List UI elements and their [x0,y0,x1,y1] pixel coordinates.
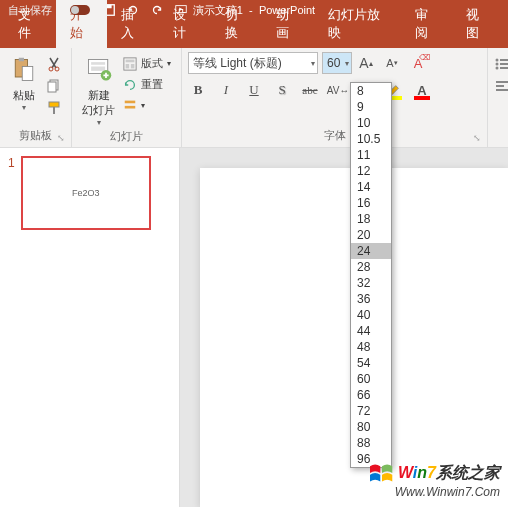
tab-file[interactable]: 文件 [4,0,56,48]
bold-button[interactable]: B [188,80,208,100]
font-size-option[interactable]: 16 [351,195,391,211]
font-size-option[interactable]: 88 [351,435,391,451]
font-size-option[interactable]: 24 [351,243,391,259]
font-size-option[interactable]: 28 [351,259,391,275]
svg-point-24 [496,63,499,66]
svg-point-26 [496,67,499,70]
svg-rect-9 [48,82,56,92]
slide-editor-area[interactable] [180,148,508,507]
font-size-option[interactable]: 11 [351,147,391,163]
svg-rect-19 [131,64,135,68]
layout-button[interactable]: 版式▾ [123,56,171,71]
font-size-option[interactable]: 10.5 [351,131,391,147]
watermark-brand: Win7系统之家 [398,463,500,484]
svg-rect-11 [53,107,55,114]
watermark-url: Www.Winwin7.Com [368,485,500,499]
svg-rect-20 [125,101,136,104]
paragraph-group [488,48,508,147]
svg-rect-17 [126,59,135,62]
slides-group-label: 幻灯片 [78,129,175,146]
font-size-option[interactable]: 60 [351,371,391,387]
slide-number: 1 [8,156,15,230]
paste-button[interactable]: 粘贴 ▾ [6,52,42,114]
tab-slideshow[interactable]: 幻灯片放映 [314,0,401,48]
char-spacing-button[interactable]: AV↔ [328,80,348,100]
toggle-switch-icon [70,5,90,15]
reset-button[interactable]: 重置 [123,77,171,92]
font-size-option[interactable]: 40 [351,307,391,323]
font-group-label: 字体 ⤡ [188,128,481,145]
svg-point-7 [55,67,59,71]
font-size-option[interactable]: 66 [351,387,391,403]
copy-icon[interactable] [46,78,62,94]
format-painter-icon[interactable] [46,100,62,116]
font-size-option[interactable]: 44 [351,323,391,339]
font-size-option[interactable]: 9 [351,99,391,115]
font-color-button[interactable]: A [412,80,432,100]
svg-rect-13 [91,62,105,65]
bullets-icon[interactable] [494,56,508,72]
slides-group: 新建 幻灯片▾ 版式▾ 重置 ▾ 幻灯片 [72,48,182,147]
svg-rect-29 [496,85,504,87]
strikethrough-button[interactable]: abc [300,80,320,100]
svg-rect-30 [496,89,508,91]
svg-point-22 [496,59,499,62]
tab-insert[interactable]: 插入 [107,0,159,48]
font-size-option[interactable]: 18 [351,211,391,227]
document-title: 演示文稿1 - PowerPoint [193,3,315,18]
chevron-down-icon: ▾ [345,59,349,68]
font-size-option[interactable]: 12 [351,163,391,179]
increase-font-icon[interactable]: A▴ [356,53,376,73]
svg-rect-27 [500,67,508,69]
section-button[interactable]: ▾ [123,98,171,112]
section-icon [123,98,137,112]
decrease-font-icon[interactable]: A▾ [382,53,402,73]
cut-icon[interactable] [46,56,62,72]
svg-rect-14 [91,67,105,71]
svg-rect-28 [496,81,508,83]
chevron-down-icon: ▾ [311,59,315,68]
layout-icon [123,57,137,71]
windows-logo-icon [368,461,396,485]
new-slide-button[interactable]: 新建 幻灯片▾ [78,52,119,129]
font-size-combo[interactable]: 60 ▾ [322,52,352,74]
svg-rect-10 [49,102,59,107]
tab-view[interactable]: 视图 [452,0,504,48]
font-name-combo[interactable]: 等线 Light (标题) ▾ [188,52,318,74]
new-slide-icon [85,54,113,86]
svg-rect-5 [22,67,33,81]
svg-point-6 [49,67,53,71]
font-size-option[interactable]: 54 [351,355,391,371]
font-size-option[interactable]: 48 [351,339,391,355]
font-size-option[interactable]: 72 [351,403,391,419]
font-size-option[interactable]: 8 [351,83,391,99]
reset-icon [123,78,137,92]
ribbon-tabs: 文件 开始 插入 设计 切换 动画 幻灯片放映 审阅 视图 [0,20,508,48]
tab-review[interactable]: 审阅 [401,0,453,48]
italic-button[interactable]: I [216,80,236,100]
workspace: 1 Fe2O3 [0,148,508,507]
clipboard-group: 粘贴 ▾ 剪贴板 ⤡ [0,48,72,147]
shadow-button[interactable]: S [272,80,292,100]
clipboard-launcher-icon[interactable]: ⤡ [57,133,65,143]
font-size-option[interactable]: 10 [351,115,391,131]
font-size-option[interactable]: 80 [351,419,391,435]
thumbnail-panel: 1 Fe2O3 [0,148,180,507]
font-size-option[interactable]: 32 [351,275,391,291]
font-size-dropdown[interactable]: 891010.511121416182024283236404448546066… [350,82,392,468]
slide-preview: Fe2O3 [21,156,151,230]
underline-button[interactable]: U [244,80,264,100]
svg-rect-23 [500,59,508,61]
clear-formatting-icon[interactable]: A⌫ [408,53,428,73]
svg-rect-4 [19,58,24,62]
paste-icon [10,54,38,86]
font-launcher-icon[interactable]: ⤡ [473,133,481,143]
slide-thumbnail[interactable]: 1 Fe2O3 [8,156,171,230]
svg-rect-18 [126,64,130,68]
svg-rect-25 [500,63,508,65]
font-size-option[interactable]: 20 [351,227,391,243]
align-icon[interactable] [494,78,508,94]
ribbon: 粘贴 ▾ 剪贴板 ⤡ [0,48,508,148]
font-size-option[interactable]: 14 [351,179,391,195]
font-size-option[interactable]: 36 [351,291,391,307]
